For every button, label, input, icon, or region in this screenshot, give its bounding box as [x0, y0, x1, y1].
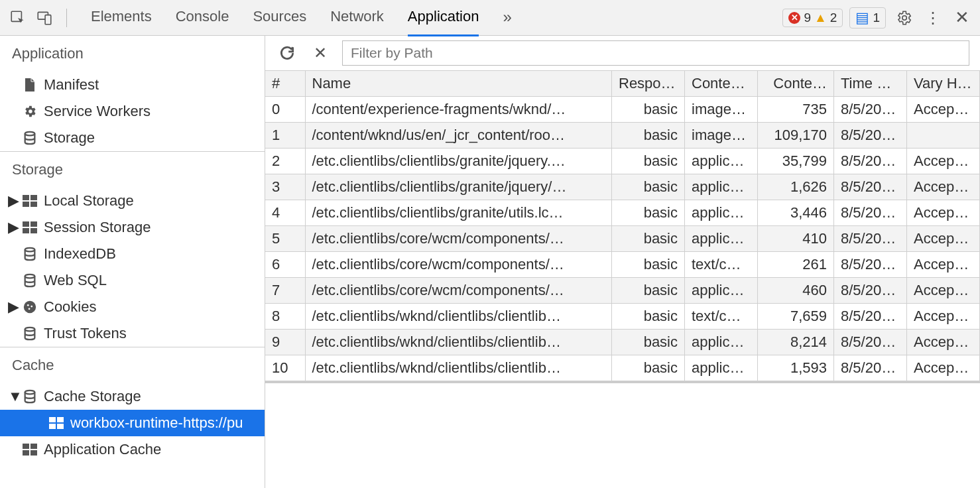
detail-pane	[265, 381, 980, 488]
kebab-menu-icon[interactable]: ⋮	[922, 7, 944, 29]
content-toolbar: ✕	[265, 36, 980, 70]
table-row[interactable]: 3/etc.clientlibs/clientlibs/granite/jque…	[265, 174, 980, 200]
cache-content: ✕ #NameRespo…Conte…Conte…Time …Vary H… 0…	[265, 36, 980, 488]
table-row[interactable]: 2/etc.clientlibs/clientlibs/granite/jque…	[265, 149, 980, 174]
sidebar-item-service-workers[interactable]: Service Workers	[0, 98, 265, 125]
sidebar-item-storage[interactable]: Storage	[0, 125, 265, 151]
table-icon	[23, 194, 37, 208]
db-icon	[23, 389, 37, 404]
refresh-icon[interactable]	[276, 42, 298, 64]
sidebar-item-workbox-runtime-https-pu[interactable]: workbox-runtime-https://pu	[0, 410, 265, 436]
settings-icon[interactable]	[892, 7, 915, 29]
col-header[interactable]: Time …	[834, 71, 907, 97]
svg-rect-25	[31, 444, 37, 449]
sidebar-item-label: Application Cache	[44, 441, 161, 458]
svg-point-13	[25, 274, 35, 278]
table-row[interactable]: 9/etc.clientlibs/wknd/clientlibs/clientl…	[265, 330, 980, 355]
col-header[interactable]: Vary H…	[907, 71, 980, 97]
sidebar-item-session-storage[interactable]: ▶Session Storage	[0, 214, 265, 241]
col-header[interactable]: #	[265, 71, 305, 97]
table-row[interactable]: 7/etc.clientlibs/core/wcm/components/…ba…	[265, 278, 980, 304]
section-application: Application	[0, 36, 265, 72]
svg-rect-20	[49, 417, 56, 422]
svg-rect-23	[57, 424, 64, 429]
message-icon: ▤	[855, 9, 869, 27]
expand-triangle-icon[interactable]: ▶	[7, 192, 16, 210]
error-icon: ✕	[788, 12, 800, 24]
svg-point-14	[24, 301, 36, 313]
svg-point-17	[29, 308, 31, 310]
cache-table: #NameRespo…Conte…Conte…Time …Vary H… 0/c…	[265, 70, 980, 381]
svg-rect-7	[31, 202, 37, 207]
device-toggle-icon[interactable]	[33, 7, 56, 29]
tab-application[interactable]: Application	[408, 0, 479, 36]
sidebar-item-cookies[interactable]: ▶Cookies	[0, 294, 265, 320]
sidebar-item-label: workbox-runtime-https://pu	[70, 414, 243, 432]
sidebar-item-label: Cookies	[44, 298, 96, 316]
sidebar-item-application-cache[interactable]: Application Cache	[0, 436, 265, 463]
sidebar-item-label: Storage	[44, 129, 95, 147]
table-icon	[49, 416, 64, 430]
gear-icon	[23, 104, 37, 119]
doc-icon	[23, 78, 37, 92]
divider	[66, 9, 67, 27]
table-row[interactable]: 0/content/experience-fragments/wknd/…bas…	[265, 97, 980, 123]
col-header[interactable]: Respo…	[612, 71, 685, 97]
svg-point-18	[25, 328, 35, 332]
sidebar-item-label: Trust Tokens	[44, 325, 127, 342]
svg-point-19	[25, 391, 35, 395]
more-tabs-icon[interactable]: »	[503, 0, 511, 36]
table-row[interactable]: 10/etc.clientlibs/wknd/clientlibs/client…	[265, 355, 980, 381]
svg-rect-9	[31, 221, 37, 227]
sidebar-item-indexeddb[interactable]: IndexedDB	[0, 241, 265, 267]
sidebar-item-manifest[interactable]: Manifest	[0, 72, 265, 98]
col-header[interactable]: Name	[305, 71, 612, 97]
sidebar-item-label: Cache Storage	[44, 388, 141, 405]
db-icon	[23, 273, 37, 288]
devtools-tabs: Elements Console Sources Network Applica…	[91, 0, 512, 36]
svg-point-15	[27, 304, 29, 306]
sidebar-item-web-sql[interactable]: Web SQL	[0, 267, 265, 294]
sidebar-item-label: Service Workers	[44, 103, 151, 120]
inspect-element-icon[interactable]	[7, 7, 29, 29]
svg-rect-24	[23, 444, 29, 449]
close-devtools-icon[interactable]: ✕	[951, 7, 973, 29]
toolbar-right: ✕ 9 ▲ 2 ▤ 1 ⋮ ✕	[782, 7, 973, 29]
table-row[interactable]: 8/etc.clientlibs/wknd/clientlibs/clientl…	[265, 304, 980, 330]
error-count: 9	[804, 11, 811, 25]
svg-rect-8	[23, 221, 29, 227]
col-header[interactable]: Conte…	[685, 71, 758, 97]
expand-triangle-icon[interactable]: ▶	[7, 219, 16, 236]
sidebar-item-local-storage[interactable]: ▶Local Storage	[0, 188, 265, 214]
table-row[interactable]: 6/etc.clientlibs/core/wcm/components/…ba…	[265, 252, 980, 278]
sidebar-item-cache-storage[interactable]: ▼Cache Storage	[0, 383, 265, 410]
table-row[interactable]: 5/etc.clientlibs/core/wcm/components/…ba…	[265, 226, 980, 252]
message-count: 1	[873, 11, 880, 25]
messages-pill[interactable]: ▤ 1	[849, 7, 886, 29]
svg-point-3	[25, 132, 35, 136]
col-header[interactable]: Conte…	[758, 71, 834, 97]
db-icon	[23, 131, 37, 145]
sidebar-item-label: IndexedDB	[44, 245, 116, 263]
tab-sources[interactable]: Sources	[253, 0, 306, 36]
issues-pill[interactable]: ✕ 9 ▲ 2	[782, 9, 843, 27]
expand-triangle-icon[interactable]: ▶	[7, 298, 16, 316]
sidebar-item-trust-tokens[interactable]: Trust Tokens	[0, 320, 265, 347]
tab-network[interactable]: Network	[330, 0, 384, 36]
warning-icon: ▲	[814, 11, 827, 25]
devtools-toolbar: Elements Console Sources Network Applica…	[0, 0, 980, 36]
svg-rect-22	[49, 424, 56, 429]
svg-rect-6	[23, 202, 29, 207]
table-icon	[23, 220, 37, 235]
table-row[interactable]: 1/content/wknd/us/en/_jcr_content/roo…ba…	[265, 123, 980, 149]
svg-rect-5	[31, 195, 37, 200]
tab-elements[interactable]: Elements	[91, 0, 152, 36]
section-cache: Cache	[0, 347, 265, 383]
clear-filter-icon[interactable]: ✕	[309, 42, 332, 64]
tab-console[interactable]: Console	[176, 0, 229, 36]
table-row[interactable]: 4/etc.clientlibs/clientlibs/granite/util…	[265, 200, 980, 226]
section-storage: Storage	[0, 151, 265, 188]
sidebar-item-label: Web SQL	[44, 272, 107, 289]
expand-triangle-icon[interactable]: ▼	[7, 388, 16, 405]
filter-input[interactable]	[342, 40, 969, 66]
